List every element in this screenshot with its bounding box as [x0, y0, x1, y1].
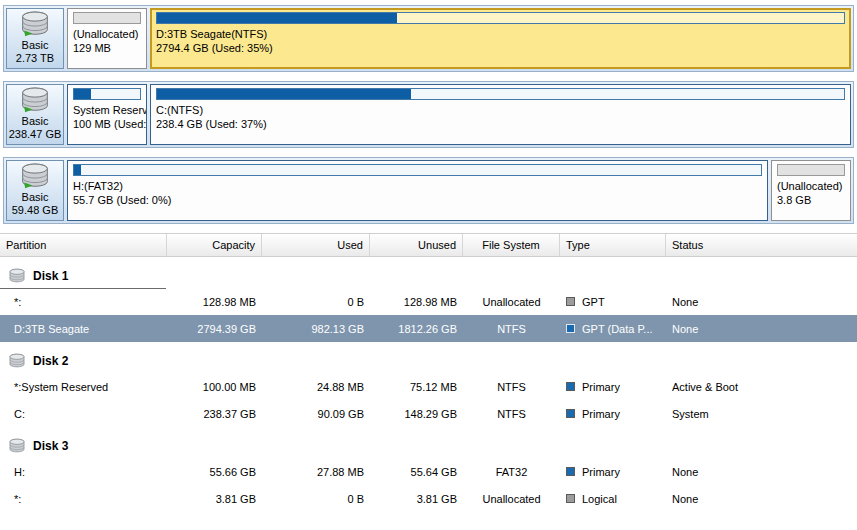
disk-group-row[interactable]: Disk 2	[0, 348, 857, 373]
disk-type-label: Basic	[22, 39, 49, 52]
cell-type: Primary	[560, 466, 666, 478]
cell-unused: 1812.26 GB	[370, 323, 463, 335]
partition-size-label: 238.4 GB (Used: 37%)	[156, 117, 845, 131]
usage-bar-fill	[157, 89, 411, 99]
disk-row: Basic2.73 TB(Unallocated)129 MBD:3TB Sea…	[3, 5, 854, 72]
cell-unused: 148.29 GB	[370, 408, 463, 420]
cell-unused: 3.81 GB	[370, 493, 463, 505]
partition-label: C:(NTFS)	[156, 103, 845, 117]
disk-row: Basic59.48 GBH:(FAT32)55.7 GB (Used: 0%)…	[3, 157, 854, 224]
disk-info[interactable]: Basic59.48 GB	[6, 160, 64, 221]
disk-info[interactable]: Basic2.73 TB	[6, 8, 64, 69]
cell-file-system: Unallocated	[463, 296, 560, 308]
table-header: PartitionCapacityUsedUnusedFile SystemTy…	[0, 233, 857, 257]
cell-used: 90.09 GB	[262, 408, 370, 420]
cell-type: GPT	[560, 296, 666, 308]
column-header-type[interactable]: Type	[560, 234, 666, 256]
disk-type-label: Basic	[22, 191, 49, 204]
cell-file-system: NTFS	[463, 381, 560, 393]
table-row[interactable]: D:3TB Seagate2794.39 GB982.13 GB1812.26 …	[0, 315, 857, 342]
cell-type-label: GPT	[582, 296, 605, 308]
disk-icon	[8, 268, 26, 284]
cell-file-system: NTFS	[463, 408, 560, 420]
partition-size-label: 100 MB (Used:	[73, 117, 141, 131]
table-row[interactable]: H:55.66 GB27.88 MB55.64 GBFAT32PrimaryNo…	[0, 458, 857, 485]
disk-size-label: 59.48 GB	[12, 204, 58, 217]
disk-icon	[19, 10, 51, 38]
table-body: Disk 1*:128.98 MB0 B128.98 MBUnallocated…	[0, 263, 857, 512]
partition-size-label: 129 MB	[73, 41, 141, 55]
partition-block[interactable]: H:(FAT32)55.7 GB (Used: 0%)	[67, 160, 768, 221]
cell-capacity: 238.37 GB	[167, 408, 262, 420]
partition-type-color-icon	[566, 494, 575, 503]
column-header-partition[interactable]: Partition	[0, 234, 167, 256]
table-row[interactable]: C:238.37 GB90.09 GB148.29 GBNTFSPrimaryS…	[0, 400, 857, 427]
disk-group-label: Disk 1	[33, 269, 68, 283]
disk-icon	[8, 353, 26, 369]
disk-group-row[interactable]: Disk 1	[0, 263, 857, 288]
column-header-status[interactable]: Status	[666, 234, 857, 256]
usage-bar-fill	[157, 13, 397, 23]
disk-icon	[19, 162, 51, 190]
cell-capacity: 128.98 MB	[167, 296, 262, 308]
partition-type-color-icon	[566, 297, 575, 306]
table-row[interactable]: *:System Reserved100.00 MB24.88 MB75.12 …	[0, 373, 857, 400]
disk-info[interactable]: Basic238.47 GB	[6, 84, 64, 145]
column-header-used[interactable]: Used	[262, 234, 370, 256]
cell-type: Primary	[560, 408, 666, 420]
disk-group-label: Disk 2	[33, 354, 68, 368]
cell-type-label: Primary	[582, 381, 620, 393]
cell-file-system: NTFS	[463, 323, 560, 335]
cell-type-label: Primary	[582, 466, 620, 478]
partition-type-color-icon	[566, 467, 575, 476]
cell-status: System	[666, 408, 857, 420]
cell-file-system: Unallocated	[463, 493, 560, 505]
partition-label: (Unallocated)	[73, 27, 141, 41]
cell-used: 24.88 MB	[262, 381, 370, 393]
partition-block[interactable]: System Reserv100 MB (Used:	[67, 84, 147, 145]
partition-block[interactable]: C:(NTFS)238.4 GB (Used: 37%)	[150, 84, 851, 145]
cell-partition: *:	[0, 493, 167, 505]
cell-capacity: 55.66 GB	[167, 466, 262, 478]
usage-bar	[156, 88, 845, 100]
partition-table: PartitionCapacityUsedUnusedFile SystemTy…	[0, 233, 857, 512]
column-header-capacity[interactable]: Capacity	[167, 234, 262, 256]
partition-type-color-icon	[566, 409, 575, 418]
cell-status: None	[666, 296, 857, 308]
cell-used: 27.88 MB	[262, 466, 370, 478]
usage-bar-fill	[74, 89, 91, 99]
cell-type: GPT (Data P...	[560, 323, 666, 335]
usage-bar	[73, 164, 762, 176]
cell-type-label: Logical	[582, 493, 617, 505]
cell-unused: 55.64 GB	[370, 466, 463, 478]
table-row[interactable]: *:3.81 GB0 B3.81 GBUnallocatedLogicalNon…	[0, 485, 857, 512]
cell-used: 0 B	[262, 296, 370, 308]
partition-block[interactable]: (Unallocated)3.8 GB	[771, 160, 851, 221]
table-row[interactable]: *:128.98 MB0 B128.98 MBUnallocatedGPTNon…	[0, 288, 857, 315]
partition-size-label: 2794.4 GB (Used: 35%)	[156, 41, 845, 55]
partition-manager-window: Basic2.73 TB(Unallocated)129 MBD:3TB Sea…	[0, 0, 857, 530]
disk-icon	[8, 438, 26, 454]
partition-label: System Reserv	[73, 103, 141, 117]
cell-partition: D:3TB Seagate	[0, 323, 167, 335]
partition-size-label: 3.8 GB	[777, 193, 845, 207]
partition-block[interactable]: (Unallocated)129 MB	[67, 8, 147, 69]
usage-bar-fill	[74, 165, 81, 175]
cell-file-system: FAT32	[463, 466, 560, 478]
partition-block[interactable]: D:3TB Seagate(NTFS)2794.4 GB (Used: 35%)	[150, 8, 851, 69]
column-header-file-system[interactable]: File System	[463, 234, 560, 256]
cell-type: Primary	[560, 381, 666, 393]
cell-capacity: 2794.39 GB	[167, 323, 262, 335]
usage-bar	[73, 88, 141, 100]
disk-size-label: 2.73 TB	[16, 52, 54, 65]
disk-map: Basic2.73 TB(Unallocated)129 MBD:3TB Sea…	[0, 0, 857, 224]
column-header-unused[interactable]: Unused	[370, 234, 463, 256]
disk-icon	[19, 86, 51, 114]
cell-type-label: Primary	[582, 408, 620, 420]
cell-status: Active & Boot	[666, 381, 857, 393]
disk-size-label: 238.47 GB	[9, 128, 62, 141]
cell-type-label: GPT (Data P...	[582, 323, 653, 335]
disk-group-row[interactable]: Disk 3	[0, 433, 857, 458]
cell-capacity: 100.00 MB	[167, 381, 262, 393]
disk-group-label: Disk 3	[33, 439, 68, 453]
